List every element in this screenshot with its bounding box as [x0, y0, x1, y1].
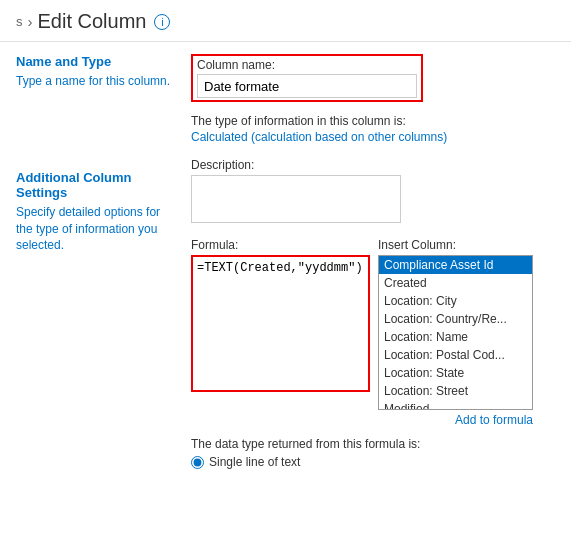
list-item[interactable]: Location: Street: [379, 382, 532, 400]
add-to-formula-link[interactable]: Add to formula: [455, 413, 533, 427]
add-to-formula-container: Add to formula: [378, 413, 533, 427]
additional-settings-section: Additional Column Settings Specify detai…: [16, 170, 179, 254]
list-item[interactable]: Location: City: [379, 292, 532, 310]
breadcrumb: s: [16, 14, 23, 29]
list-item[interactable]: Compliance Asset Id: [379, 256, 532, 274]
column-type-label: The type of information in this column i…: [191, 114, 555, 128]
list-item[interactable]: Location: State: [379, 364, 532, 382]
list-item[interactable]: Modified: [379, 400, 532, 410]
description-textarea[interactable]: [191, 175, 401, 223]
page-header: s › Edit Column i: [0, 0, 571, 42]
breadcrumb-arrow: ›: [28, 13, 33, 30]
list-item[interactable]: Created: [379, 274, 532, 292]
data-type-label: The data type returned from this formula…: [191, 437, 555, 451]
name-type-title: Name and Type: [16, 54, 179, 69]
column-name-group: Column name:: [191, 54, 555, 102]
single-line-label: Single line of text: [209, 455, 300, 469]
page-title: Edit Column: [38, 10, 147, 33]
description-label: Description:: [191, 158, 555, 172]
formula-textarea[interactable]: =TEXT(Created,"yyddmm"): [193, 257, 368, 387]
name-type-desc: Type a name for this column.: [16, 73, 179, 90]
column-name-label: Column name:: [197, 58, 417, 72]
formula-label: Formula:: [191, 238, 370, 252]
additional-settings-desc: Specify detailed options for the type of…: [16, 204, 179, 254]
list-item[interactable]: Location: Name: [379, 328, 532, 346]
insert-column-label: Insert Column:: [378, 238, 533, 252]
column-name-input[interactable]: [197, 74, 417, 98]
data-type-section: The data type returned from this formula…: [191, 437, 555, 469]
single-line-radio[interactable]: [191, 456, 204, 469]
insert-column-list: Compliance Asset Id Created Location: Ci…: [378, 255, 533, 410]
additional-settings-title: Additional Column Settings: [16, 170, 179, 200]
name-and-type-section: Name and Type Type a name for this colum…: [16, 54, 179, 90]
info-icon[interactable]: i: [154, 14, 170, 30]
column-type-value: Calculated (calculation based on other c…: [191, 130, 555, 144]
description-group: Description:: [191, 158, 555, 226]
list-item[interactable]: Location: Postal Cod...: [379, 346, 532, 364]
list-item[interactable]: Location: Country/Re...: [379, 310, 532, 328]
